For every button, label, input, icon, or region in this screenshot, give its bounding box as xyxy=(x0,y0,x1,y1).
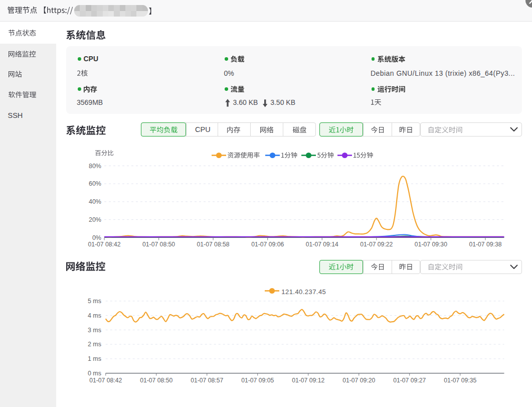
svg-text:01-07 08:50: 01-07 08:50 xyxy=(142,241,175,248)
svg-text:01-07 09:30: 01-07 09:30 xyxy=(415,241,447,248)
svg-text:01-07 09:14: 01-07 09:14 xyxy=(306,241,338,248)
svg-text:40%: 40% xyxy=(89,198,101,205)
svg-text:3 ms: 3 ms xyxy=(88,327,101,334)
svg-text:01-07 08:42: 01-07 08:42 xyxy=(88,241,120,248)
svg-text:01-07 08:58: 01-07 08:58 xyxy=(197,241,230,248)
svg-text:1 ms: 1 ms xyxy=(88,355,101,362)
svg-text:01-07 08:42: 01-07 08:42 xyxy=(89,377,122,384)
svg-text:4 ms: 4 ms xyxy=(88,312,101,319)
svg-text:60%: 60% xyxy=(89,180,101,187)
svg-text:01-07 09:38: 01-07 09:38 xyxy=(469,241,501,248)
svg-text:20%: 20% xyxy=(89,216,101,223)
svg-text:01-07 08:57: 01-07 08:57 xyxy=(191,377,223,384)
svg-text:5 ms: 5 ms xyxy=(88,298,101,305)
svg-text:01-07 09:05: 01-07 09:05 xyxy=(241,377,274,384)
svg-text:80%: 80% xyxy=(89,163,101,170)
svg-text:0%: 0% xyxy=(92,234,101,241)
svg-text:01-07 08:50: 01-07 08:50 xyxy=(140,377,172,384)
svg-text:01-07 09:35: 01-07 09:35 xyxy=(444,377,476,384)
svg-text:01-07 09:22: 01-07 09:22 xyxy=(360,241,393,248)
svg-text:01-07 09:20: 01-07 09:20 xyxy=(342,377,375,384)
svg-text:0 ms: 0 ms xyxy=(88,370,101,377)
svg-text:2 ms: 2 ms xyxy=(88,341,101,348)
svg-text:01-07 09:12: 01-07 09:12 xyxy=(292,377,324,384)
svg-text:01-07 09:06: 01-07 09:06 xyxy=(251,241,284,248)
svg-text:01-07 09:27: 01-07 09:27 xyxy=(393,377,426,384)
